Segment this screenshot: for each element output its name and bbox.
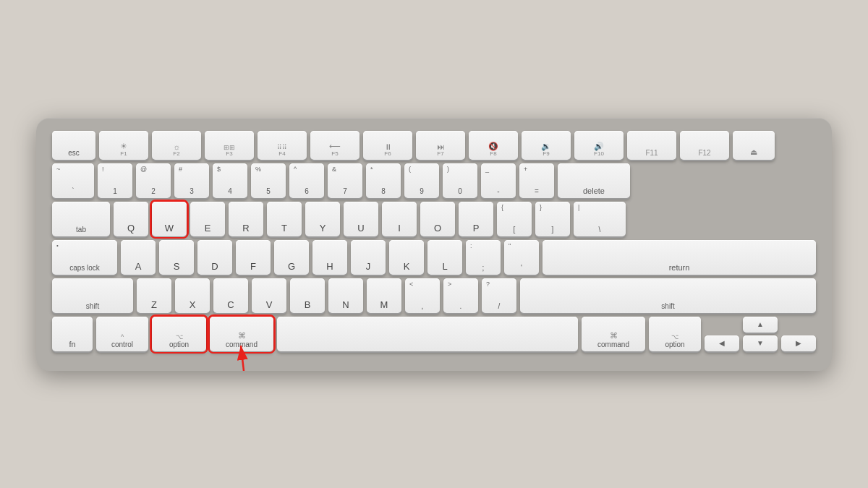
key-f5[interactable]: ⟵ F5 [310,131,359,160]
key-minus[interactable]: _ - [481,163,516,198]
key-x[interactable]: X [175,278,210,313]
key-m[interactable]: M [367,278,401,313]
key-option-right[interactable]: ⌥ option [649,317,701,351]
key-w[interactable]: W [152,202,187,236]
key-o[interactable]: O [420,202,455,236]
key-c[interactable]: C [213,278,248,313]
key-n[interactable]: N [328,278,363,313]
key-u[interactable]: U [344,202,378,236]
key-arrow-down[interactable]: ▼ [743,335,778,351]
key-eject[interactable]: ⏏ [733,131,775,160]
key-t[interactable]: T [267,202,302,236]
key-option-left[interactable]: ⌥ option [152,317,206,351]
key-esc[interactable]: esc [52,131,95,160]
key-slash[interactable]: ? / [482,278,516,313]
key-1[interactable]: ! 1 [98,163,132,198]
key-shift-left[interactable]: shift [52,278,133,313]
key-p[interactable]: P [459,202,493,236]
key-f3[interactable]: ⊞⊞ F3 [205,131,254,160]
key-f[interactable]: F [236,240,271,275]
key-f11[interactable]: F11 [627,131,676,160]
key-f8[interactable]: 🔇 F8 [469,131,518,160]
key-control[interactable]: ^ control [96,317,148,351]
key-f9[interactable]: 🔉 F9 [522,131,571,160]
key-k[interactable]: K [389,240,424,275]
key-arrow-left[interactable]: ◀ [705,335,739,351]
qwerty-row: tab Q W E R T Y U I O P [52,202,816,236]
key-d[interactable]: D [197,240,232,275]
key-f1[interactable]: ☀ F1 [99,131,148,160]
key-h[interactable]: H [312,240,347,275]
key-f4[interactable]: ⠿⠿ F4 [258,131,307,160]
key-arrow-right[interactable]: ▶ [781,335,816,351]
key-a[interactable]: A [121,240,156,275]
num-row: ~ ` ! 1 @ 2 # 3 $ 4 % 5 ^ 6 & 7 [52,163,816,198]
key-f7[interactable]: ⏭ F7 [416,131,465,160]
key-period[interactable]: > . [443,278,478,313]
key-f10[interactable]: 🔊 F10 [574,131,624,160]
zxcv-row: shift Z X C V B N M < , > . [52,278,816,313]
key-space[interactable] [277,317,578,351]
key-fn[interactable]: fn [52,317,93,351]
key-command-left[interactable]: ⌘ command [210,317,273,351]
key-3[interactable]: # 3 [174,163,209,198]
key-l[interactable]: L [427,240,462,275]
key-e[interactable]: E [190,202,225,236]
key-z[interactable]: Z [137,278,171,313]
key-i[interactable]: I [382,202,417,236]
key-command-right[interactable]: ⌘ command [582,317,645,351]
key-f2[interactable]: ☼ F2 [152,131,201,160]
bottom-row: fn ^ control ⌥ option ⌘ command ⌘ comman… [52,317,816,351]
key-lbracket[interactable]: { [ [497,202,532,236]
key-y[interactable]: Y [305,202,340,236]
key-r[interactable]: R [229,202,263,236]
key-comma[interactable]: < , [405,278,440,313]
key-quote[interactable]: " ' [504,240,539,275]
asdf-row: • caps lock A S D F G H J K L : [52,240,816,275]
key-return[interactable]: return [542,240,816,275]
key-q[interactable]: Q [114,202,148,236]
key-0[interactable]: ) 0 [443,163,477,198]
key-6[interactable]: ^ 6 [289,163,324,198]
key-semicolon[interactable]: : ; [466,240,501,275]
key-backslash[interactable]: | \ [574,202,626,236]
key-b[interactable]: B [290,278,325,313]
key-rbracket[interactable]: } ] [535,202,570,236]
key-4[interactable]: $ 4 [213,163,247,198]
key-2[interactable]: @ 2 [136,163,171,198]
key-9[interactable]: ( 9 [404,163,439,198]
key-caps-lock[interactable]: • caps lock [52,240,117,275]
key-f12[interactable]: F12 [680,131,729,160]
key-8[interactable]: * 8 [366,163,401,198]
key-g[interactable]: G [274,240,309,275]
key-delete[interactable]: delete [558,163,630,198]
key-7[interactable]: & 7 [328,163,362,198]
key-v[interactable]: V [252,278,286,313]
key-f6[interactable]: ⏸ F6 [363,131,412,160]
key-arrow-up[interactable]: ▲ [743,317,778,333]
key-5[interactable]: % 5 [251,163,286,198]
key-tab[interactable]: tab [52,202,110,236]
key-equals[interactable]: + = [519,163,554,198]
key-s[interactable]: S [159,240,194,275]
key-backtick[interactable]: ~ ` [52,163,94,198]
keyboard: esc ☀ F1 ☼ F2 ⊞⊞ F3 ⠿⠿ F4 ⟵ F5 ⏸ F6 ⏭ F7 [36,118,832,371]
key-j[interactable]: J [351,240,386,275]
fn-row: esc ☀ F1 ☼ F2 ⊞⊞ F3 ⠿⠿ F4 ⟵ F5 ⏸ F6 ⏭ F7 [52,131,816,160]
key-shift-right[interactable]: shift [520,278,816,313]
